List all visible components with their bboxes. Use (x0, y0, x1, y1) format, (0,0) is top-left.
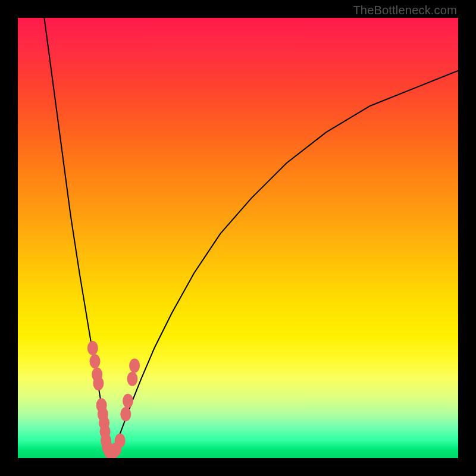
marker-group (87, 341, 140, 458)
curve-left-curve (44, 18, 111, 458)
marker-point (129, 359, 140, 373)
marker-point (87, 341, 98, 355)
chart-svg (18, 18, 458, 458)
marker-point (120, 407, 131, 421)
watermark-text: TheBottleneck.com (353, 4, 457, 17)
marker-point (123, 394, 133, 408)
plot-area (18, 18, 458, 458)
marker-point (93, 376, 104, 390)
chart-container: TheBottleneck.com (0, 0, 476, 476)
marker-point (127, 372, 137, 386)
curve-right-curve (111, 71, 458, 458)
marker-point (90, 354, 101, 368)
marker-point (115, 433, 126, 447)
curve-group (44, 18, 458, 458)
